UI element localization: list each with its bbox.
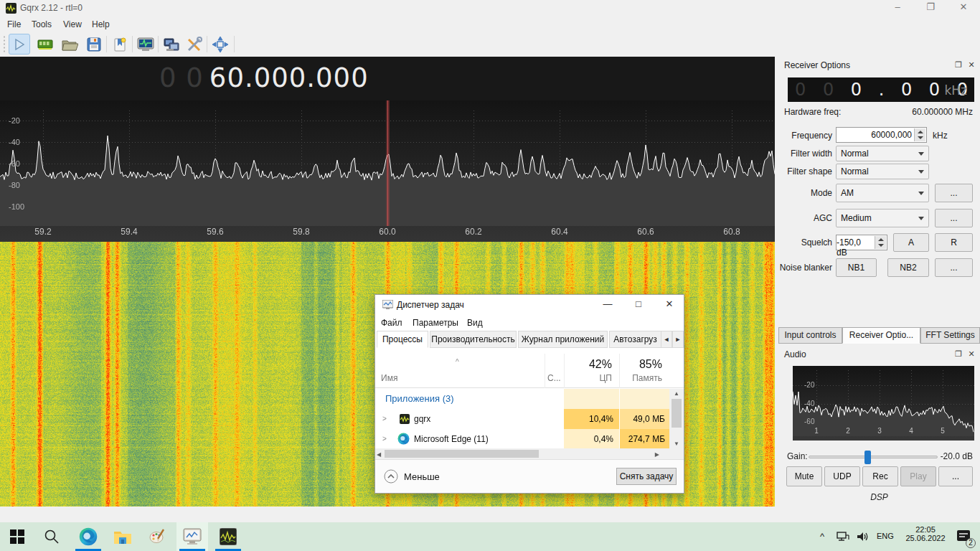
tools-icon[interactable] — [184, 34, 205, 55]
rec-button[interactable]: Rec — [862, 466, 898, 486]
tm-menu-view[interactable]: Вид — [467, 318, 483, 328]
tm-menu-file[interactable]: Файл — [381, 318, 402, 328]
play-icon[interactable] — [9, 34, 30, 55]
frequency-spinbox[interactable]: 60000,000 — [836, 127, 927, 143]
nb1-button[interactable]: NB1 — [836, 258, 877, 277]
remote-control-icon[interactable] — [161, 34, 182, 55]
tm-minimize-button[interactable]: — — [593, 295, 622, 315]
tm-horizontal-scrollbar[interactable]: ◀ ▶ — [375, 448, 684, 459]
clock[interactable]: 22:05 25.06.2022 — [900, 525, 951, 542]
tab-receiver-options[interactable]: Receiver Optio... — [842, 327, 920, 344]
mode-options-button[interactable]: ... — [935, 184, 973, 202]
menu-tools[interactable]: Tools — [27, 18, 56, 31]
mute-button[interactable]: Mute — [786, 466, 822, 486]
tm-cpu-total[interactable]: 42% — [589, 358, 612, 371]
tm-tab-startup[interactable]: Автозагруз — [609, 331, 661, 348]
mode-combo[interactable]: AM — [836, 184, 929, 202]
action-center-button[interactable]: 2 — [951, 522, 977, 551]
tm-vertical-scrollbar[interactable]: ▲ ▼ — [669, 389, 684, 448]
taskbar-edge-button[interactable] — [72, 522, 104, 551]
spectrum-canvas[interactable] — [0, 100, 775, 242]
squelch-reset-button[interactable]: R — [935, 233, 973, 252]
close-panel-icon[interactable]: ✕ — [967, 61, 976, 70]
close-button[interactable]: ✕ — [947, 0, 980, 16]
tm-tab-scroll-right[interactable]: ► — [672, 331, 684, 348]
expander-icon[interactable]: > — [382, 435, 387, 443]
gain-slider-track[interactable] — [809, 456, 938, 458]
agc-combo[interactable]: Medium — [836, 209, 929, 227]
tm-titlebar[interactable]: Диспетчер задач — □ ✕ — [375, 295, 684, 315]
volume-tray-button[interactable] — [852, 522, 874, 551]
scroll-up-icon[interactable]: ▲ — [669, 390, 684, 397]
dsp-oscilloscope-icon[interactable] — [135, 34, 156, 55]
tm-tab-app-history[interactable]: Журнал приложений — [518, 331, 608, 348]
float-panel-icon[interactable]: ❐ — [954, 61, 963, 70]
audio-options-button[interactable]: ... — [938, 466, 973, 486]
tab-input-controls[interactable]: Input controls — [778, 327, 842, 344]
start-button[interactable] — [1, 522, 33, 551]
tm-col-mem[interactable]: Память — [632, 373, 662, 383]
scroll-right-icon[interactable]: ▶ — [655, 451, 659, 458]
play-button-disabled[interactable]: Play — [900, 466, 936, 486]
close-panel-icon[interactable]: ✕ — [967, 350, 976, 359]
memory-devices-icon[interactable] — [34, 34, 56, 55]
filter-shape-label: Filter shape — [778, 166, 832, 176]
squelch-spin-arrows[interactable] — [875, 236, 886, 249]
frequency-spin-arrows[interactable] — [914, 128, 925, 141]
expander-icon[interactable]: > — [382, 415, 387, 423]
tm-tab-performance[interactable]: Производительность — [430, 331, 517, 348]
taskbar-gqrx-button[interactable] — [212, 522, 244, 551]
filter-width-combo[interactable]: Normal — [836, 146, 929, 161]
menu-file[interactable]: File — [3, 18, 25, 31]
network-tray-button[interactable] — [832, 522, 854, 551]
taskbar-explorer-button[interactable] — [107, 522, 138, 551]
taskbar-task-manager-button[interactable] — [176, 522, 208, 551]
save-floppy-icon[interactable] — [83, 34, 105, 55]
task-manager-window: Диспетчер задач — □ ✕ Файл Параметры Вид… — [374, 294, 684, 494]
maximize-button[interactable]: ❐ — [914, 0, 947, 16]
search-button[interactable] — [36, 522, 67, 551]
end-task-button[interactable]: Снять задачу — [616, 468, 677, 485]
nb2-button[interactable]: NB2 — [887, 258, 929, 277]
filter-shape-combo[interactable]: Normal — [836, 164, 929, 179]
fewer-details-label[interactable]: Меньше — [404, 471, 440, 482]
spectrum-plot[interactable]: -20 -40 -60 -80 -100 59.2 59.4 59.6 59.8… — [0, 100, 775, 242]
tm-col-status[interactable]: С... — [547, 373, 561, 383]
scroll-left-icon[interactable]: ◀ — [377, 451, 381, 458]
squelch-spinbox[interactable]: -150,0 dB — [836, 235, 887, 250]
tm-mem-total[interactable]: 85% — [639, 358, 662, 371]
float-panel-icon[interactable]: ❐ — [954, 350, 963, 359]
scrollbar-thumb[interactable] — [672, 399, 682, 428]
tm-tab-scroll-left[interactable]: ◄ — [661, 331, 672, 348]
tm-group-row[interactable]: Приложения (3) — [375, 389, 669, 409]
folder-open-icon[interactable] — [59, 34, 80, 55]
tm-col-name[interactable]: Имя — [381, 373, 397, 383]
taskbar-paint-button[interactable] — [142, 522, 174, 551]
squelch-auto-button[interactable]: A — [893, 233, 929, 252]
minimize-button[interactable]: – — [881, 0, 914, 16]
tab-fft-settings[interactable]: FFT Settings — [920, 327, 980, 344]
tm-menu-options[interactable]: Параметры — [413, 318, 458, 328]
tm-maximize-button[interactable]: □ — [624, 295, 653, 315]
menu-view[interactable]: View — [59, 18, 86, 31]
nb-options-button[interactable]: ... — [935, 258, 973, 277]
scrollbar-thumb[interactable] — [385, 450, 539, 458]
udp-button[interactable]: UDP — [824, 466, 860, 486]
gain-slider-handle[interactable] — [864, 451, 871, 464]
tm-tab-processes[interactable]: Процессы — [377, 331, 428, 348]
toolbar-drag-handle[interactable] — [3, 35, 6, 54]
language-indicator[interactable]: ENG — [877, 532, 894, 540]
tm-process-row[interactable]: > Microsoft Edge (11) 0,4% 274,7 МБ — [375, 429, 669, 448]
receiver-lcd[interactable]: 0 0 0 . 0 0 0 kHz — [788, 77, 974, 102]
tm-col-cpu[interactable]: ЦП — [599, 373, 612, 383]
agc-options-button[interactable]: ... — [935, 209, 973, 227]
tray-chevron-icon[interactable]: ^ — [820, 531, 824, 542]
menu-help[interactable]: Help — [88, 18, 114, 31]
pan-arrows-icon[interactable] — [209, 34, 231, 55]
bookmarks-icon[interactable] — [109, 34, 131, 55]
frequency-digits[interactable]: 0 060.000.000 — [159, 62, 369, 93]
scroll-down-icon[interactable]: ▼ — [669, 441, 684, 447]
tm-process-row[interactable]: > gqrx 10,4% 49,0 МБ — [375, 409, 669, 429]
tm-close-button[interactable]: ✕ — [655, 295, 684, 315]
fewer-details-icon[interactable] — [384, 469, 398, 484]
